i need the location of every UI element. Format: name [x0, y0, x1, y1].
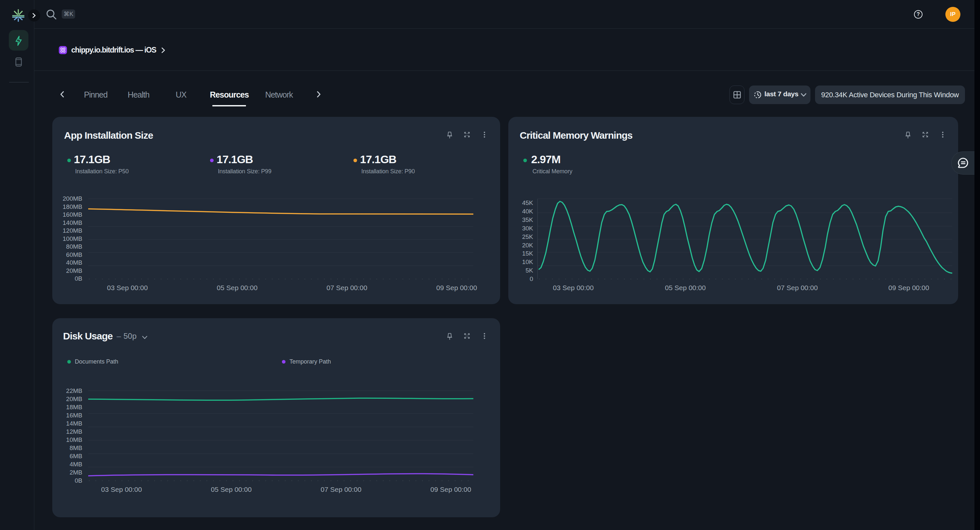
svg-text:4MB: 4MB	[70, 461, 82, 468]
svg-text:80MB: 80MB	[66, 243, 82, 250]
svg-text:2MB: 2MB	[70, 469, 82, 476]
svg-text:05 Sep 00:00: 05 Sep 00:00	[217, 284, 258, 292]
svg-text:180MB: 180MB	[63, 203, 82, 210]
svg-text:18MB: 18MB	[66, 404, 82, 411]
svg-text:05 Sep 00:00: 05 Sep 00:00	[665, 284, 706, 292]
svg-text:09 Sep 00:00: 09 Sep 00:00	[889, 284, 929, 292]
svg-text:15K: 15K	[522, 250, 533, 257]
svg-text:140MB: 140MB	[63, 219, 82, 226]
svg-text:10K: 10K	[522, 259, 533, 265]
svg-text:45K: 45K	[522, 199, 533, 206]
svg-text:12MB: 12MB	[66, 428, 82, 435]
svg-text:07 Sep 00:00: 07 Sep 00:00	[321, 486, 362, 493]
svg-text:03 Sep 00:00: 03 Sep 00:00	[101, 486, 142, 493]
svg-text:0: 0	[530, 275, 533, 282]
svg-text:09 Sep 00:00: 09 Sep 00:00	[436, 284, 477, 292]
svg-text:35K: 35K	[522, 216, 533, 223]
svg-text:25K: 25K	[522, 233, 533, 240]
svg-text:16MB: 16MB	[66, 412, 82, 419]
svg-text:0B: 0B	[75, 477, 82, 484]
svg-text:03 Sep 00:00: 03 Sep 00:00	[553, 284, 594, 292]
svg-text:20K: 20K	[522, 242, 533, 249]
svg-text:120MB: 120MB	[63, 227, 82, 234]
svg-text:20MB: 20MB	[66, 395, 82, 402]
svg-text:05 Sep 00:00: 05 Sep 00:00	[211, 486, 252, 493]
svg-text:22MB: 22MB	[66, 387, 82, 394]
svg-text:14MB: 14MB	[66, 420, 82, 427]
svg-text:0B: 0B	[75, 275, 82, 282]
svg-text:30K: 30K	[522, 225, 533, 232]
svg-text:40MB: 40MB	[66, 259, 82, 266]
svg-text:10MB: 10MB	[66, 436, 82, 443]
svg-text:07 Sep 00:00: 07 Sep 00:00	[777, 284, 818, 292]
svg-text:60MB: 60MB	[66, 251, 82, 258]
svg-text:160MB: 160MB	[63, 211, 82, 218]
svg-text:03 Sep 00:00: 03 Sep 00:00	[107, 284, 148, 292]
svg-text:07 Sep 00:00: 07 Sep 00:00	[327, 284, 368, 292]
svg-text:200MB: 200MB	[63, 195, 82, 202]
svg-text:8MB: 8MB	[70, 444, 82, 451]
svg-text:40K: 40K	[522, 208, 533, 215]
svg-text:09 Sep 00:00: 09 Sep 00:00	[431, 486, 471, 493]
svg-text:5K: 5K	[526, 267, 533, 274]
svg-text:100MB: 100MB	[63, 235, 82, 242]
svg-text:20MB: 20MB	[66, 267, 82, 274]
svg-text:6MB: 6MB	[70, 453, 82, 460]
